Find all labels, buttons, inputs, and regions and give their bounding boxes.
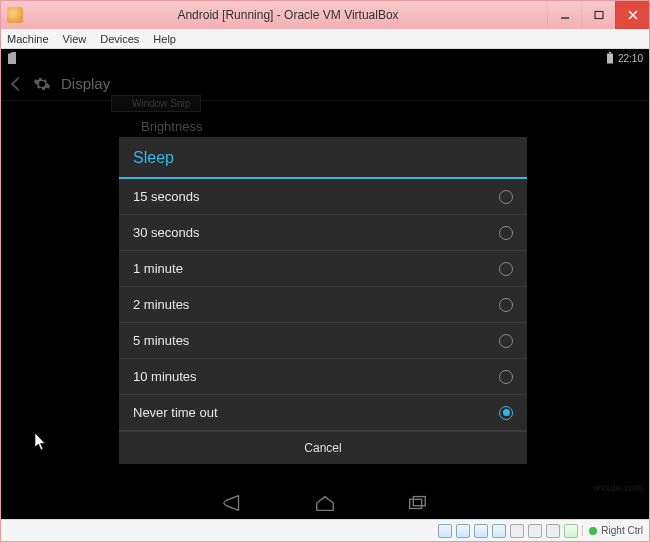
sleep-option[interactable]: 2 minutes (119, 287, 527, 323)
host-key-label: Right Ctrl (601, 525, 643, 536)
radio-icon[interactable] (499, 334, 513, 348)
cancel-button[interactable]: Cancel (119, 431, 527, 464)
dialog-title: Sleep (119, 137, 527, 177)
tray-optical-icon[interactable] (456, 524, 470, 538)
tray-display-icon[interactable] (528, 524, 542, 538)
radio-icon[interactable] (499, 406, 513, 420)
sleep-option[interactable]: 10 minutes (119, 359, 527, 395)
host-key-indicator[interactable]: Right Ctrl (582, 525, 643, 536)
menu-machine[interactable]: Machine (7, 33, 49, 45)
maximize-button[interactable] (581, 1, 615, 29)
option-label: Never time out (133, 405, 218, 420)
option-label: 2 minutes (133, 297, 189, 312)
sleep-option[interactable]: 30 seconds (119, 215, 527, 251)
svg-rect-1 (595, 12, 603, 19)
host-menubar: Machine View Devices Help (1, 29, 649, 49)
close-button[interactable] (615, 1, 649, 29)
host-key-bullet-icon (589, 527, 597, 535)
tray-videocap-icon[interactable] (546, 524, 560, 538)
virtualbox-icon (7, 7, 23, 23)
tray-usb-icon[interactable] (492, 524, 506, 538)
svg-rect-4 (607, 54, 613, 64)
android-statusbar[interactable]: 22:10 (1, 49, 649, 67)
tray-hdd-icon[interactable] (438, 524, 452, 538)
android-guest-screen: 22:10 Display Window Snip Brightness Sle… (1, 49, 649, 519)
radio-icon[interactable] (499, 298, 513, 312)
mouse-cursor-icon (35, 433, 47, 451)
radio-icon[interactable] (499, 190, 513, 204)
option-label: 30 seconds (133, 225, 200, 240)
battery-icon (606, 52, 614, 64)
sleep-option[interactable]: 15 seconds (119, 179, 527, 215)
menu-view[interactable]: View (63, 33, 87, 45)
tray-shared-folder-icon[interactable] (510, 524, 524, 538)
radio-icon[interactable] (499, 226, 513, 240)
host-statusbar: Right Ctrl (1, 519, 649, 541)
sleep-dialog: Sleep 15 seconds 30 seconds 1 minute 2 m… (119, 137, 527, 464)
sleep-option[interactable]: Never time out (119, 395, 527, 431)
menu-help[interactable]: Help (153, 33, 176, 45)
radio-icon[interactable] (499, 370, 513, 384)
option-label: 1 minute (133, 261, 183, 276)
host-titlebar[interactable]: Android [Running] - Oracle VM VirtualBox (1, 1, 649, 29)
svg-rect-5 (609, 52, 611, 54)
tray-mouse-integration-icon[interactable] (564, 524, 578, 538)
watermark-text: wsxdn.com (593, 483, 643, 493)
radio-icon[interactable] (499, 262, 513, 276)
status-time: 22:10 (618, 53, 643, 64)
sleep-option[interactable]: 1 minute (119, 251, 527, 287)
minimize-button[interactable] (547, 1, 581, 29)
option-label: 5 minutes (133, 333, 189, 348)
host-window: Android [Running] - Oracle VM VirtualBox… (0, 0, 650, 542)
menu-devices[interactable]: Devices (100, 33, 139, 45)
option-label: 10 minutes (133, 369, 197, 384)
sdcard-icon (7, 52, 17, 64)
sleep-option[interactable]: 5 minutes (119, 323, 527, 359)
tray-network-icon[interactable] (474, 524, 488, 538)
option-label: 15 seconds (133, 189, 200, 204)
window-title: Android [Running] - Oracle VM VirtualBox (29, 8, 547, 22)
